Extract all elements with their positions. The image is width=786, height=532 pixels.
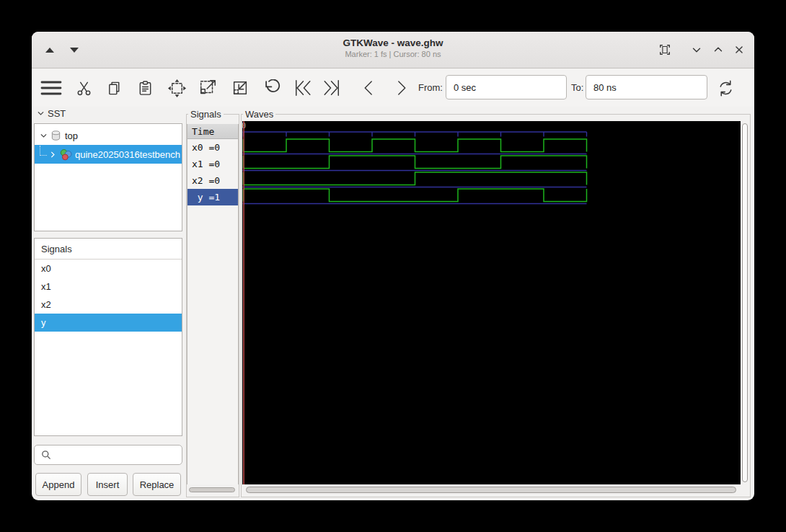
- zoom-in-button[interactable]: [195, 74, 221, 102]
- hscrollbar-thumb[interactable]: [246, 487, 736, 493]
- paste-button[interactable]: [132, 74, 158, 102]
- maximize-button[interactable]: [709, 41, 728, 58]
- signal-name: y: [41, 317, 46, 328]
- zoom-fit-icon: [167, 79, 187, 98]
- waves-frame-label: Waves: [243, 109, 275, 120]
- from-input[interactable]: [446, 75, 567, 99]
- window-subtitle: Marker: 1 fs | Cursor: 80 ns: [32, 49, 754, 59]
- list-item-x1[interactable]: x1: [35, 278, 182, 296]
- paste-icon: [137, 80, 154, 97]
- step-forward-button[interactable]: [387, 74, 413, 102]
- to-input[interactable]: [586, 75, 707, 99]
- append-button[interactable]: Append: [35, 473, 81, 496]
- expander-down-icon[interactable]: [39, 131, 48, 141]
- list-item-y[interactable]: y: [35, 314, 182, 332]
- triangle-down-icon: [70, 48, 79, 53]
- skip-to-end-button[interactable]: [318, 74, 344, 102]
- waveform-plot: 0: [242, 121, 741, 484]
- titlebar[interactable]: GTKWave - wave.ghw Marker: 1 fs | Cursor…: [32, 32, 754, 68]
- gtkwave-window: GTKWave - wave.ghw Marker: 1 fs | Cursor…: [32, 32, 754, 500]
- waves-hscrollbar[interactable]: [245, 486, 743, 494]
- chevron-left-icon: [361, 79, 379, 97]
- window-title: GTKWave - wave.ghw: [32, 37, 754, 49]
- step-back-button[interactable]: [356, 74, 382, 102]
- value-row-x0[interactable]: x0 =0: [187, 139, 238, 156]
- copy-icon: [106, 80, 123, 97]
- undo-icon: [264, 79, 282, 97]
- to-label: To:: [571, 82, 583, 93]
- tree-node-label: top: [65, 130, 78, 141]
- sst-header[interactable]: SST: [36, 108, 66, 119]
- values-panel[interactable]: Time x0 =0 x1 =0 x2 =0 y =1: [187, 124, 239, 484]
- reload-icon: [716, 79, 736, 98]
- signal-name: x0: [41, 263, 51, 274]
- replace-button[interactable]: Replace: [133, 473, 181, 496]
- component-icon: [60, 148, 72, 161]
- module-cylinder-icon: [50, 130, 61, 141]
- waves-vscrollbar[interactable]: [741, 123, 749, 484]
- tree-node-top[interactable]: top: [35, 126, 182, 145]
- skip-to-start-button[interactable]: [290, 74, 316, 102]
- undo-button[interactable]: [260, 74, 286, 102]
- cut-icon: [76, 80, 92, 97]
- desktop: { "window": { "title": "GTKWave - wave.g…: [0, 0, 786, 532]
- zoom-in-icon: [198, 79, 217, 97]
- vscrollbar-thumb[interactable]: [742, 123, 748, 482]
- zoom-out-icon: [231, 79, 250, 97]
- list-item-x0[interactable]: x0: [35, 260, 182, 278]
- chevron-right-icon: [392, 79, 410, 97]
- tree-node-label: quine20250316testbench: [75, 149, 180, 160]
- tree-node-testbench[interactable]: quine20250316testbench: [35, 145, 182, 164]
- skip-to-start-icon: [293, 79, 313, 97]
- chevron-up-icon: [712, 43, 725, 56]
- copy-button[interactable]: [101, 74, 127, 102]
- from-label: From:: [418, 82, 443, 93]
- cut-button[interactable]: [71, 74, 97, 102]
- close-icon: [733, 43, 746, 56]
- wave-canvas[interactable]: 0: [242, 121, 741, 484]
- skip-to-end-icon: [322, 79, 341, 97]
- sst-label: SST: [48, 108, 66, 119]
- expander-right-icon[interactable]: [48, 150, 58, 159]
- zoom-out-button[interactable]: [227, 74, 253, 102]
- close-button[interactable]: [730, 41, 749, 58]
- signal-browser-header: Signals: [35, 239, 182, 260]
- search-icon: [40, 449, 52, 461]
- values-hscrollbar[interactable]: [189, 487, 235, 492]
- time-header[interactable]: Time: [187, 124, 238, 139]
- chevron-down-icon: [36, 109, 45, 118]
- signal-search-input[interactable]: [34, 445, 182, 465]
- values-frame-label: Signals: [188, 109, 224, 120]
- minimize-button[interactable]: [687, 41, 706, 58]
- fullscreen-icon: [658, 43, 671, 56]
- reload-button[interactable]: [712, 74, 738, 102]
- signal-name: x1: [41, 281, 51, 292]
- value-row-x1[interactable]: x1 =0: [187, 156, 238, 172]
- menu-icon: [40, 79, 62, 97]
- value-row-y[interactable]: y =1: [187, 189, 238, 205]
- signal-name: x2: [41, 299, 51, 310]
- pane-up-button[interactable]: [41, 44, 58, 56]
- zoom-fit-button[interactable]: [164, 74, 190, 102]
- sst-tree-panel[interactable]: top quine20250316testbench: [34, 123, 182, 231]
- value-row-x2[interactable]: x2 =0: [187, 172, 238, 189]
- insert-button[interactable]: Insert: [87, 473, 128, 496]
- triangle-up-icon: [45, 48, 54, 53]
- list-item-x2[interactable]: x2: [35, 296, 182, 314]
- menu-button[interactable]: [38, 74, 64, 102]
- chevron-down-icon: [690, 43, 703, 56]
- signal-browser-panel[interactable]: Signals x0 x1 x2 y: [34, 238, 182, 436]
- fullscreen-button[interactable]: [655, 41, 674, 58]
- toolbar: From: To:: [32, 68, 754, 107]
- pane-down-button[interactable]: [66, 44, 83, 56]
- tree-connector: [40, 146, 47, 156]
